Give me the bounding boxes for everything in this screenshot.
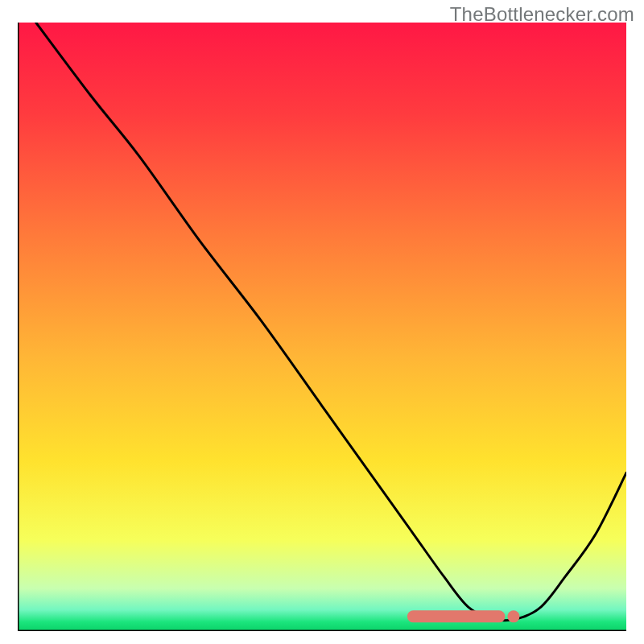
bottleneck-chart (18, 23, 626, 631)
chart-background (18, 23, 626, 631)
svg-point-1 (507, 610, 519, 622)
